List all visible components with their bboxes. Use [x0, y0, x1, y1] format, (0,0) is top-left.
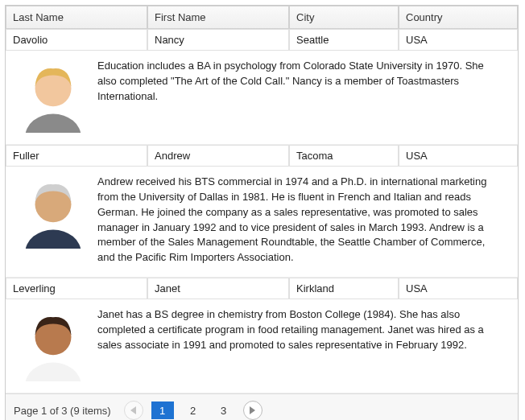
cell-first-name: Andrew [147, 145, 289, 167]
detail-text: Andrew received his BTS commercial in 19… [97, 175, 503, 266]
column-header-row: Last Name First Name City Country [6, 6, 518, 29]
cell-last-name: Davolio [6, 29, 147, 51]
table-row[interactable]: Fuller Andrew Tacoma USA [6, 145, 518, 167]
avatar [20, 59, 86, 133]
detail-row: Janet has a BS degree in chemistry from … [6, 299, 518, 393]
table-row[interactable]: Leverling Janet Kirkland USA [6, 278, 518, 299]
column-header-city[interactable]: City [289, 6, 399, 29]
pager-page-3[interactable]: 3 [213, 401, 235, 419]
detail-text: Janet has a BS degree in chemistry from … [97, 307, 503, 381]
pager-page-2[interactable]: 2 [182, 401, 205, 419]
cell-last-name: Fuller [6, 145, 147, 167]
pager: Page 1 of 3 (9 items) 123 [6, 393, 518, 420]
column-header-last-name[interactable]: Last Name [6, 6, 147, 29]
cell-first-name: Nancy [147, 29, 289, 51]
avatar [20, 307, 86, 381]
cell-country: USA [399, 29, 518, 51]
cell-country: USA [399, 278, 518, 299]
cell-country: USA [399, 145, 518, 167]
cell-city: Kirkland [289, 278, 399, 299]
cell-city: Tacoma [289, 145, 399, 167]
detail-text: Education includes a BA in psychology fr… [97, 59, 503, 133]
cell-city: Seattle [289, 29, 399, 51]
column-header-country[interactable]: Country [399, 6, 518, 29]
detail-row: Andrew received his BTS commercial in 19… [6, 167, 518, 278]
table-row[interactable]: Davolio Nancy Seattle USA [6, 29, 518, 51]
chevron-right-icon [250, 406, 255, 414]
avatar [20, 175, 86, 249]
data-grid: Last Name First Name City Country Davoli… [5, 5, 519, 420]
detail-row: Education includes a BA in psychology fr… [6, 51, 518, 145]
column-header-first-name[interactable]: First Name [147, 6, 289, 29]
chevron-left-icon [130, 406, 136, 414]
cell-last-name: Leverling [6, 278, 147, 299]
cell-first-name: Janet [147, 278, 289, 299]
pager-prev-button [124, 401, 143, 420]
pager-next-button[interactable] [243, 401, 262, 420]
pager-page-1[interactable]: 1 [151, 401, 174, 419]
pager-summary: Page 1 of 3 (9 items) [14, 405, 111, 417]
